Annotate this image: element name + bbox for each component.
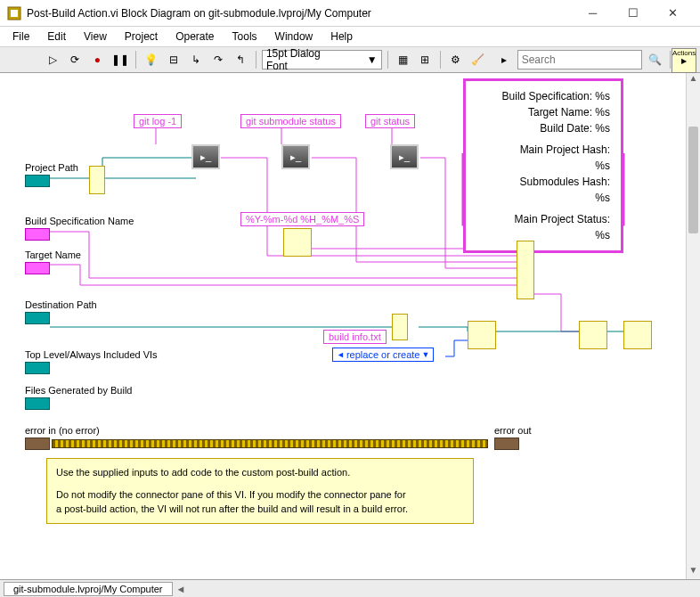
format-line: Build Date: %s: [476, 120, 610, 136]
label-error-in: error in (no error): [25, 425, 100, 436]
reorder-button[interactable]: ⚙: [446, 50, 465, 70]
comment-line: Use the supplied inputs to add code to t…: [56, 466, 464, 479]
label-build-spec: Build Specification Name: [25, 216, 134, 226]
control-target-name[interactable]: [25, 262, 50, 274]
step-into-button[interactable]: ↳: [186, 50, 205, 70]
string-const-git-log[interactable]: git log -1: [134, 114, 182, 128]
minimize-button[interactable]: ─: [573, 1, 613, 26]
title-bar: Post-Build Action.vi Block Diagram on gi…: [0, 0, 700, 27]
string-const-git-submodule[interactable]: git submodule status: [240, 114, 341, 128]
format-into-string-node[interactable]: [517, 241, 534, 299]
app-icon: [7, 6, 21, 20]
font-selector[interactable]: 15pt Dialog Font▼: [262, 50, 382, 70]
control-destination-path[interactable]: [25, 312, 50, 324]
menu-project[interactable]: Project: [118, 29, 165, 45]
control-build-spec-name[interactable]: [25, 228, 50, 241]
search-icon[interactable]: 🔍: [646, 50, 664, 70]
system-exec-node-2[interactable]: ▸_: [281, 144, 310, 169]
format-line: Main Project Hash:: [476, 142, 610, 158]
open-file-node[interactable]: [468, 321, 496, 349]
format-line: %s: [476, 158, 610, 174]
menu-file[interactable]: File: [5, 29, 37, 45]
menu-tools[interactable]: Tools: [225, 29, 265, 45]
control-top-level-vis[interactable]: [25, 362, 50, 374]
actions-palette-button[interactable]: Actions▶: [672, 48, 696, 73]
indicator-error-out[interactable]: [494, 438, 519, 450]
format-line: Target Name: %s: [476, 104, 610, 120]
control-project-path[interactable]: [25, 175, 50, 187]
distribute-button[interactable]: ⊞: [416, 50, 435, 70]
unbundle-node[interactable]: [89, 166, 105, 194]
search-nav-button[interactable]: ▸: [494, 50, 513, 70]
menu-edit[interactable]: Edit: [40, 29, 73, 45]
menu-view[interactable]: View: [77, 29, 114, 45]
menu-window[interactable]: Window: [268, 29, 321, 45]
label-dest-path: Destination Path: [25, 299, 97, 310]
vertical-scrollbar[interactable]: ▲ ▼: [686, 73, 700, 579]
format-string-constant[interactable]: Build Specification: %s Target Name: %s …: [463, 78, 623, 253]
tab-nav-left-icon[interactable]: ◄: [176, 584, 186, 594]
svg-rect-1: [11, 10, 18, 17]
free-label-comment[interactable]: Use the supplied inputs to add code to t…: [46, 458, 474, 524]
font-label: 15pt Dialog Font: [266, 47, 340, 72]
align-button[interactable]: ▦: [394, 50, 412, 70]
system-exec-node-3[interactable]: ▸_: [390, 144, 419, 169]
window-title: Post-Build Action.vi Block Diagram on gi…: [27, 7, 573, 20]
toolbar: ▷ ⟳ ● ❚❚ 💡 ⊟ ↳ ↷ ↰ 15pt Dialog Font▼ ▦ ⊞…: [0, 46, 700, 73]
system-exec-node-1[interactable]: ▸_: [191, 144, 220, 169]
menu-help[interactable]: Help: [323, 29, 360, 45]
project-tab[interactable]: git-submodule.lvproj/My Computer: [4, 582, 173, 596]
format-line: Main Project Status:: [476, 211, 610, 227]
ring-replace-or-create[interactable]: replace or create: [332, 348, 434, 362]
string-const-time-format[interactable]: %Y-%m-%d %H_%M_%S: [240, 212, 364, 226]
label-error-out: error out: [494, 425, 532, 436]
write-text-file-node[interactable]: [579, 321, 607, 349]
format-line: %s: [476, 190, 610, 206]
format-line: %s: [476, 227, 610, 243]
step-over-button[interactable]: ↷: [209, 50, 228, 70]
scroll-up-icon[interactable]: ▲: [687, 73, 700, 87]
label-files-gen: Files Generated by Build: [25, 385, 132, 396]
control-error-in[interactable]: [25, 438, 50, 450]
menu-bar: File Edit View Project Operate Tools Win…: [0, 27, 700, 46]
abort-button[interactable]: ●: [88, 50, 107, 70]
error-wire: [52, 439, 488, 448]
format-line: Build Specification: %s: [476, 88, 610, 104]
string-const-git-status[interactable]: git status: [365, 114, 415, 128]
comment-line: Do not modify the connector pane of this…: [56, 488, 464, 502]
run-button[interactable]: ▷: [43, 50, 61, 70]
scroll-thumb[interactable]: [688, 127, 698, 233]
format-line: Submodules Hash:: [476, 174, 610, 190]
maximize-button[interactable]: ☐: [613, 1, 653, 26]
string-const-build-info[interactable]: build info.txt: [323, 330, 387, 344]
pause-button[interactable]: ❚❚: [110, 50, 130, 70]
close-file-node[interactable]: [623, 321, 652, 349]
search-input[interactable]: [517, 50, 642, 70]
control-files-generated[interactable]: [25, 397, 50, 410]
comment-line: a post-build action, the VI will not run…: [56, 503, 464, 516]
retain-wires-button[interactable]: ⊟: [164, 50, 183, 70]
menu-operate[interactable]: Operate: [168, 29, 221, 45]
highlight-exec-button[interactable]: 💡: [142, 50, 160, 70]
status-bar: git-submodule.lvproj/My Computer ◄: [0, 579, 700, 597]
format-datetime-node[interactable]: [283, 228, 312, 257]
run-continuous-button[interactable]: ⟳: [66, 50, 85, 70]
scroll-down-icon[interactable]: ▼: [687, 565, 700, 579]
step-out-button[interactable]: ↰: [232, 50, 250, 70]
label-target-name: Target Name: [25, 249, 81, 260]
label-top-vis: Top Level/Always Included VIs: [25, 349, 158, 360]
label-project-path: Project Path: [25, 162, 78, 173]
build-path-node[interactable]: [392, 314, 408, 340]
cleanup-button[interactable]: 🧹: [468, 50, 487, 70]
close-button[interactable]: ✕: [653, 1, 693, 26]
block-diagram-canvas[interactable]: git log -1 git submodule status git stat…: [0, 73, 686, 579]
